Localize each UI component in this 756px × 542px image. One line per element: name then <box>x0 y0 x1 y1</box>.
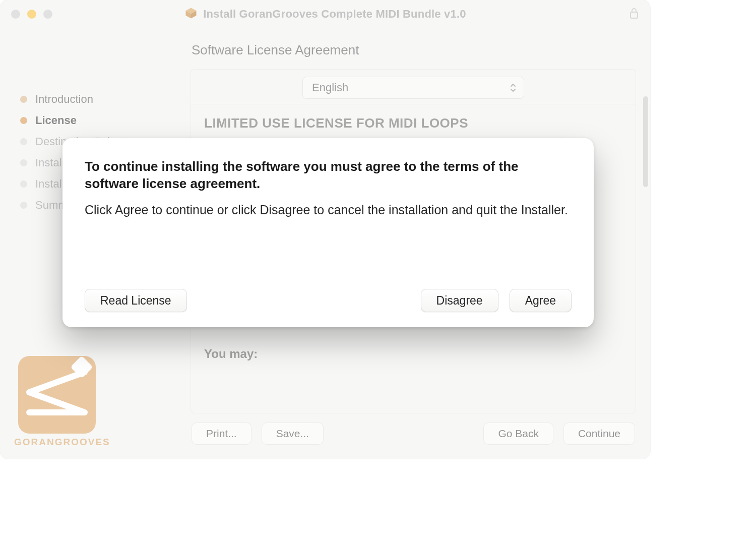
license-body-heading: You may: <box>204 347 622 361</box>
close-button[interactable] <box>11 10 20 19</box>
page-heading: Software License Agreement <box>191 38 636 69</box>
minimize-button[interactable] <box>27 10 36 19</box>
step-label: License <box>35 114 77 127</box>
save-button[interactable]: Save... <box>262 423 324 445</box>
traffic-lights <box>11 10 52 19</box>
step-bullet-icon <box>20 117 27 124</box>
step-license: License <box>14 110 191 131</box>
disagree-button[interactable]: Disagree <box>421 289 498 312</box>
modal-footer: Read License Disagree Agree <box>85 289 572 312</box>
license-title: LIMITED USE LICENSE FOR MIDI LOOPS <box>204 115 622 131</box>
step-introduction: Introduction <box>14 89 191 110</box>
agree-button[interactable]: Agree <box>510 289 572 312</box>
scrollbar[interactable] <box>643 96 648 424</box>
language-value: English <box>312 81 348 94</box>
brand-name: GORANGROOVES <box>14 437 110 448</box>
stepper-icon <box>510 83 517 93</box>
svg-rect-0 <box>631 12 638 18</box>
go-back-button[interactable]: Go Back <box>483 423 553 445</box>
step-bullet-icon <box>20 180 27 188</box>
license-agreement-modal: To continue installing the software you … <box>62 138 594 327</box>
package-icon <box>184 6 198 22</box>
window-title: Install GoranGrooves Complete MIDI Bundl… <box>203 8 466 21</box>
language-select[interactable]: English <box>302 77 524 99</box>
modal-body: Click Agree to continue or click Disagre… <box>85 202 572 289</box>
read-license-button[interactable]: Read License <box>85 289 187 312</box>
continue-button[interactable]: Continue <box>563 423 635 445</box>
titlebar: Install GoranGrooves Complete MIDI Bundl… <box>0 0 650 28</box>
modal-title: To continue installing the software you … <box>85 158 572 193</box>
step-bullet-icon <box>20 159 27 166</box>
print-button[interactable]: Print... <box>192 423 251 445</box>
step-bullet-icon <box>20 96 27 103</box>
brand-logo: GORANGROOVES <box>14 352 110 448</box>
step-label: Introduction <box>35 93 93 106</box>
step-bullet-icon <box>20 202 27 209</box>
scrollbar-thumb[interactable] <box>643 96 648 187</box>
footer-buttons: Print... Save... Go Back Continue <box>191 413 636 445</box>
lock-icon[interactable] <box>629 7 639 21</box>
step-bullet-icon <box>20 138 27 145</box>
maximize-button[interactable] <box>43 10 52 19</box>
